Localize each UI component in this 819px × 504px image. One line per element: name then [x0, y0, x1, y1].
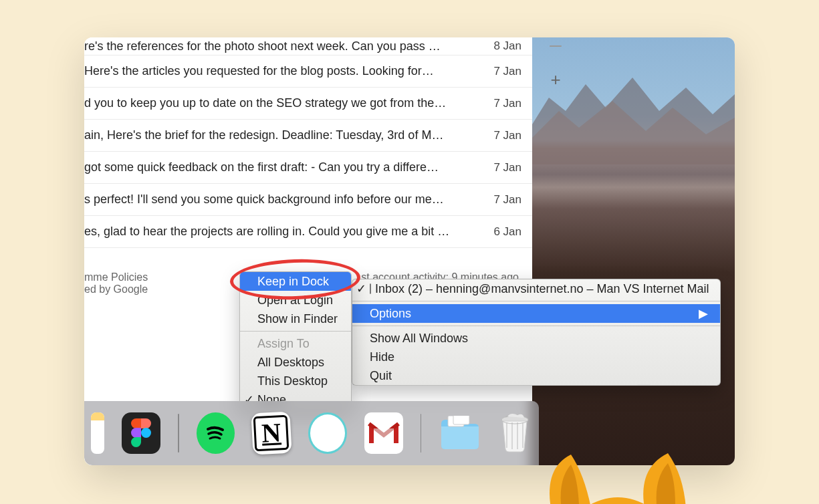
mail-subject: got some quick feedback on the first dra… [84, 160, 480, 174]
mail-subject: es, glad to hear the projects are rollin… [84, 225, 480, 239]
dock-context-menu: ✓ Inbox (2) – henning@manvsinternet.no –… [352, 279, 721, 386]
zoom-controls: + [546, 41, 566, 90]
mail-date: 7 Jan [480, 129, 521, 142]
dock-figma-icon[interactable] [122, 412, 160, 454]
dock-downloads-folder-icon[interactable] [439, 416, 480, 451]
zoom-minus-icon[interactable] [550, 45, 562, 47]
menu-caret [637, 384, 651, 386]
desktop-wallpaper [532, 37, 735, 465]
fox-decoration [538, 441, 698, 504]
dock-textedit-icon[interactable] [91, 412, 104, 454]
context-hide[interactable]: Hide [352, 348, 720, 366]
mail-row[interactable]: es, glad to hear the projects are rollin… [84, 216, 532, 248]
mail-row[interactable]: s perfect! I'll send you some quick back… [84, 184, 532, 216]
context-options-label: Options [370, 306, 411, 321]
dock-notion-icon[interactable]: N [251, 412, 292, 455]
footer-policies-link[interactable]: mme Policies [84, 271, 148, 283]
mail-row[interactable]: d you to keep you up to date on the SEO … [84, 88, 532, 120]
mail-subject: ain, Here's the brief for the redesign. … [84, 128, 480, 142]
mail-subject: Here's the articles you requested for th… [84, 64, 480, 78]
mail-date: 7 Jan [480, 193, 521, 207]
submenu-assign-to-header: Assign To [240, 334, 351, 353]
mail-date: 7 Jan [480, 97, 521, 110]
mail-row[interactable]: got some quick feedback on the first dra… [84, 152, 532, 184]
mail-date: 7 Jan [480, 161, 521, 174]
dock-separator [421, 414, 421, 453]
submenu-all-desktops[interactable]: All Desktops [240, 353, 351, 372]
dock-separator [178, 414, 179, 453]
submenu-this-desktop[interactable]: This Desktop [240, 372, 351, 390]
mail-subject: d you to keep you up to date on the SEO … [84, 96, 480, 110]
context-window-item[interactable]: ✓ Inbox (2) – henning@manvsinternet.no –… [352, 279, 720, 298]
app-window: re's the references for the photo shoot … [84, 37, 735, 465]
submenu-arrow-icon: ▶ [699, 306, 708, 321]
mail-subject: re's the references for the photo shoot … [84, 39, 480, 53]
context-window-title: Inbox (2) – henning@manvsinternet.no – M… [375, 281, 709, 296]
svg-rect-2 [453, 416, 469, 424]
dock-gmail-icon[interactable] [364, 412, 403, 454]
context-show-all-windows[interactable]: Show All Windows [352, 329, 720, 348]
zoom-plus-icon[interactable]: + [550, 70, 560, 90]
menu-separator [352, 326, 720, 326]
dock-spotify-icon[interactable] [197, 412, 235, 454]
mail-row[interactable]: re's the references for the photo shoot … [84, 37, 532, 55]
dock: N [84, 401, 539, 465]
submenu-show-in-finder[interactable]: Show in Finder [240, 309, 351, 328]
mail-date: 7 Jan [480, 65, 521, 78]
menu-separator [352, 301, 720, 301]
mail-date: 8 Jan [480, 39, 521, 53]
check-icon: ✓ [356, 281, 366, 296]
context-options[interactable]: Options ▶ [352, 304, 720, 323]
mail-list: re's the references for the photo shoot … [84, 37, 532, 248]
mail-subject: s perfect! I'll send you some quick back… [84, 193, 480, 207]
context-quit[interactable]: Quit [352, 366, 720, 385]
dock-trash-icon[interactable] [497, 413, 532, 453]
mail-row[interactable]: Here's the articles you requested for th… [84, 55, 532, 88]
dock-circle-app-icon[interactable] [308, 412, 347, 454]
mail-row[interactable]: ain, Here's the brief for the redesign. … [84, 120, 532, 152]
menu-separator [240, 331, 351, 332]
footer-powered: ed by Google [84, 283, 148, 295]
mail-app-icon [370, 283, 371, 294]
mail-date: 6 Jan [480, 225, 521, 239]
